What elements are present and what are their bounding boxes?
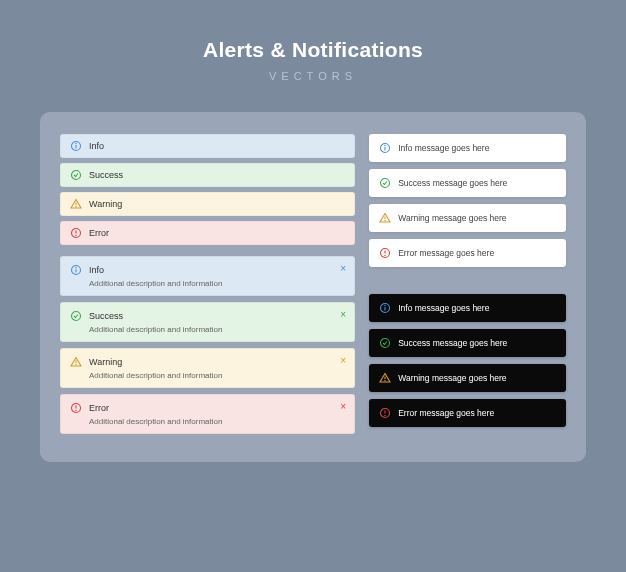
toast-dark-success: Success message goes here xyxy=(369,329,566,357)
page-title: Alerts & Notifications xyxy=(0,38,626,62)
svg-point-3 xyxy=(72,171,81,180)
success-icon xyxy=(70,310,82,322)
alert-label: Warning xyxy=(89,357,122,367)
svg-point-22 xyxy=(385,145,386,146)
alert-small-info: Info xyxy=(60,134,355,158)
warning-icon xyxy=(379,212,391,224)
alert-small-error: Error xyxy=(60,221,355,245)
success-icon xyxy=(70,169,82,181)
error-icon xyxy=(70,402,82,414)
close-icon[interactable]: × xyxy=(340,355,346,366)
toast-text: Info message goes here xyxy=(398,303,489,313)
info-icon xyxy=(379,302,391,314)
alert-description: Additional description and information xyxy=(89,417,345,426)
svg-point-2 xyxy=(76,143,77,144)
alert-large-error: Error Additional description and informa… xyxy=(60,394,355,434)
svg-point-33 xyxy=(381,339,390,348)
close-icon[interactable]: × xyxy=(340,401,346,412)
warning-icon xyxy=(70,356,82,368)
close-icon[interactable]: × xyxy=(340,309,346,320)
alert-large-success: Success Additional description and infor… xyxy=(60,302,355,342)
left-column: Info Success Warning Error Info Addition… xyxy=(60,134,355,440)
close-icon[interactable]: × xyxy=(340,263,346,274)
success-icon xyxy=(379,337,391,349)
error-icon xyxy=(379,407,391,419)
info-icon xyxy=(70,264,82,276)
alert-small-warning: Warning xyxy=(60,192,355,216)
alert-small-success: Success xyxy=(60,163,355,187)
toast-light-success: Success message goes here xyxy=(369,169,566,197)
success-icon xyxy=(379,177,391,189)
error-icon xyxy=(379,247,391,259)
toast-text: Info message goes here xyxy=(398,143,489,153)
alert-label: Success xyxy=(89,170,123,180)
svg-point-23 xyxy=(381,179,390,188)
toast-light-error: Error message goes here xyxy=(369,239,566,267)
alert-label: Error xyxy=(89,228,109,238)
alert-label: Success xyxy=(89,311,123,321)
header: Alerts & Notifications VECTORS xyxy=(0,0,626,112)
svg-point-13 xyxy=(72,312,81,321)
svg-point-39 xyxy=(385,415,386,416)
toast-text: Warning message goes here xyxy=(398,373,506,383)
svg-point-12 xyxy=(76,267,77,268)
alert-description: Additional description and information xyxy=(89,325,345,334)
alert-large-warning: Warning Additional description and infor… xyxy=(60,348,355,388)
svg-point-36 xyxy=(385,380,386,381)
panel: Info Success Warning Error Info Addition… xyxy=(40,112,586,462)
toast-text: Error message goes here xyxy=(398,248,494,258)
warning-icon xyxy=(379,372,391,384)
alert-label: Warning xyxy=(89,199,122,209)
toast-text: Success message goes here xyxy=(398,338,507,348)
error-icon xyxy=(70,227,82,239)
svg-point-9 xyxy=(76,235,77,236)
toast-light-warning: Warning message goes here xyxy=(369,204,566,232)
toast-text: Success message goes here xyxy=(398,178,507,188)
toast-light-info: Info message goes here xyxy=(369,134,566,162)
svg-point-19 xyxy=(76,410,77,411)
svg-point-26 xyxy=(385,220,386,221)
page-subtitle: VECTORS xyxy=(0,70,626,82)
toast-text: Warning message goes here xyxy=(398,213,506,223)
svg-point-32 xyxy=(385,305,386,306)
svg-point-6 xyxy=(76,206,77,207)
warning-icon xyxy=(70,198,82,210)
alert-large-info: Info Additional description and informat… xyxy=(60,256,355,296)
alert-description: Additional description and information xyxy=(89,371,345,380)
right-column: Info message goes here Success message g… xyxy=(369,134,566,440)
info-icon xyxy=(379,142,391,154)
info-icon xyxy=(70,140,82,152)
toast-text: Error message goes here xyxy=(398,408,494,418)
toast-dark-error: Error message goes here xyxy=(369,399,566,427)
svg-point-16 xyxy=(76,364,77,365)
svg-point-29 xyxy=(385,255,386,256)
toast-dark-info: Info message goes here xyxy=(369,294,566,322)
toast-dark-warning: Warning message goes here xyxy=(369,364,566,392)
alert-label: Error xyxy=(89,403,109,413)
alert-label: Info xyxy=(89,265,104,275)
alert-label: Info xyxy=(89,141,104,151)
alert-description: Additional description and information xyxy=(89,279,345,288)
